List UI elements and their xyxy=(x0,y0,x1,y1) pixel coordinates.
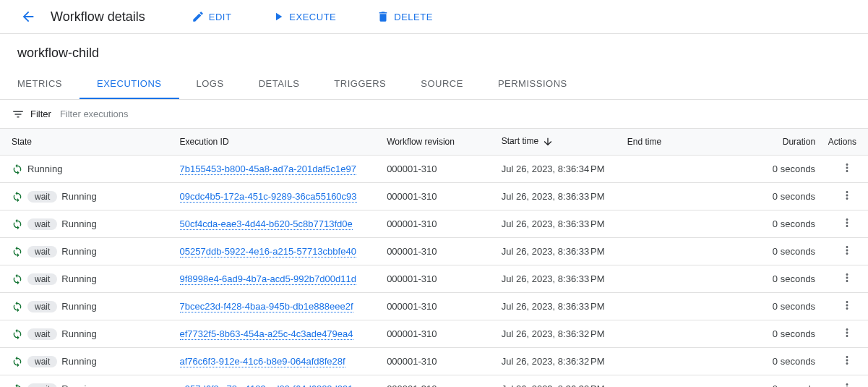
cell-revision: 000001-310 xyxy=(381,293,496,320)
cell-revision: 000001-310 xyxy=(381,348,496,375)
filter-icon xyxy=(12,108,25,121)
execution-link[interactable]: 50cf4cda-eae3-4d44-b620-5c8b7713fd0e xyxy=(180,218,353,230)
cell-end-time xyxy=(622,265,736,293)
header-bar: Workflow details Edit Execute Delete xyxy=(0,0,868,34)
row-actions-menu[interactable] xyxy=(841,381,854,387)
execution-link[interactable]: ef7732f5-8b63-454a-a25c-4c3ade479ea4 xyxy=(180,328,353,340)
cell-state: waitRunning xyxy=(0,183,174,210)
execution-link[interactable]: 05257ddb-5922-4e16-a215-57713cbbfe40 xyxy=(180,246,356,258)
row-actions-menu[interactable] xyxy=(841,326,854,339)
cell-end-time xyxy=(622,293,736,320)
cell-end-time xyxy=(622,210,736,238)
cell-end-time xyxy=(622,375,736,388)
tab-source[interactable]: Source xyxy=(403,69,481,99)
cell-duration: 0 seconds xyxy=(736,183,821,210)
cell-start-time: Jul 26, 2023, 8:36:33 PM xyxy=(496,265,622,293)
tab-logs[interactable]: Logs xyxy=(179,69,241,99)
wait-chip: wait xyxy=(27,218,57,230)
cell-actions xyxy=(821,375,868,388)
table-row: waitRunning05257ddb-5922-4e16-a215-57713… xyxy=(0,238,868,265)
cell-duration: 0 seconds xyxy=(736,265,821,293)
tab-details[interactable]: Details xyxy=(241,69,317,99)
col-start-time-label: Start time xyxy=(502,136,538,146)
table-row: Running7b155453-b800-45a8-ad7a-201daf5c1… xyxy=(0,156,868,183)
row-actions-menu[interactable] xyxy=(841,216,854,229)
execute-button[interactable]: Execute xyxy=(266,6,342,27)
cell-execution-id: 50cf4cda-eae3-4d44-b620-5c8b7713fd0e xyxy=(174,210,382,238)
col-execution-id[interactable]: Execution ID xyxy=(174,129,382,156)
cell-end-time xyxy=(622,320,736,348)
cell-state: waitRunning xyxy=(0,320,174,348)
row-actions-menu[interactable] xyxy=(841,161,854,174)
state-text: Running xyxy=(61,273,96,284)
edit-icon xyxy=(192,10,205,23)
running-icon xyxy=(12,356,23,367)
table-row: waitRunningef7732f5-8b63-454a-a25c-4c3ad… xyxy=(0,320,868,348)
table-row: waitRunning9f8998e4-6ad9-4b7a-acd5-992b7… xyxy=(0,265,868,293)
row-actions-menu[interactable] xyxy=(841,244,854,257)
wait-chip: wait xyxy=(27,301,57,312)
running-icon xyxy=(12,246,23,258)
tab-executions[interactable]: Executions xyxy=(80,69,179,99)
table-row: waitRunningaf76c6f3-912e-41c6-b8e9-064af… xyxy=(0,348,868,375)
row-actions-menu[interactable] xyxy=(841,354,854,367)
cell-end-time xyxy=(622,156,736,183)
col-start-time[interactable]: Start time xyxy=(496,129,622,156)
execution-link[interactable]: af76c6f3-912e-41c6-b8e9-064afd8fe28f xyxy=(180,356,345,367)
execution-link[interactable]: 9f8998e4-6ad9-4b7a-acd5-992b7d00d11d xyxy=(180,273,356,285)
cell-duration: 0 seconds xyxy=(736,375,821,388)
cell-end-time xyxy=(622,238,736,265)
workflow-name: workflow-child xyxy=(0,34,868,69)
back-button[interactable] xyxy=(17,6,39,27)
cell-start-time: Jul 26, 2023, 8:36:32 PM xyxy=(496,348,622,375)
delete-button[interactable]: Delete xyxy=(371,6,439,27)
wait-chip: wait xyxy=(27,328,57,340)
col-workflow-revision[interactable]: Workflow revision xyxy=(381,129,496,156)
execution-link[interactable]: 7b155453-b800-45a8-ad7a-201daf5c1e97 xyxy=(180,163,356,175)
cell-revision: 000001-310 xyxy=(381,265,496,293)
cell-revision: 000001-310 xyxy=(381,156,496,183)
cell-duration: 0 seconds xyxy=(736,348,821,375)
cell-actions xyxy=(821,265,868,293)
cell-state: waitRunning xyxy=(0,210,174,238)
cell-execution-id: 09cdc4b5-172a-451c-9289-36ca55160c93 xyxy=(174,183,382,210)
cell-actions xyxy=(821,156,868,183)
cell-actions xyxy=(821,183,868,210)
tab-metrics[interactable]: Metrics xyxy=(0,69,80,99)
state-text: Running xyxy=(61,328,96,339)
cell-duration: 0 seconds xyxy=(736,156,821,183)
cell-revision: 000001-310 xyxy=(381,183,496,210)
running-icon xyxy=(12,383,23,388)
edit-button[interactable]: Edit xyxy=(186,6,238,27)
cell-revision: 000001-310 xyxy=(381,238,496,265)
col-end-time[interactable]: End time xyxy=(622,129,736,156)
sort-desc-icon xyxy=(542,136,554,148)
cell-actions xyxy=(821,348,868,375)
execution-link[interactable]: e957d6f8-c78c-4183-ad09-f64d6800d291 xyxy=(180,383,353,387)
row-actions-menu[interactable] xyxy=(841,189,854,202)
tab-permissions[interactable]: Permissions xyxy=(481,69,585,99)
row-actions-menu[interactable] xyxy=(841,271,854,284)
edit-label: Edit xyxy=(209,12,232,22)
executions-table: State Execution ID Workflow revision Sta… xyxy=(0,129,868,387)
wait-chip: wait xyxy=(27,191,57,203)
filter-bar: Filter xyxy=(0,100,868,129)
execution-link[interactable]: 7bcec23d-f428-4baa-945b-db1e888eee2f xyxy=(180,301,353,312)
cell-execution-id: ef7732f5-8b63-454a-a25c-4c3ade479ea4 xyxy=(174,320,382,348)
tab-triggers[interactable]: Triggers xyxy=(317,69,403,99)
cell-execution-id: 7bcec23d-f428-4baa-945b-db1e888eee2f xyxy=(174,293,382,320)
cell-actions xyxy=(821,238,868,265)
col-duration[interactable]: Duration xyxy=(736,129,821,156)
table-row: waitRunning7bcec23d-f428-4baa-945b-db1e8… xyxy=(0,293,868,320)
row-actions-menu[interactable] xyxy=(841,299,854,312)
running-icon xyxy=(12,301,23,312)
col-state[interactable]: State xyxy=(0,129,174,156)
cell-duration: 0 seconds xyxy=(736,210,821,238)
running-icon xyxy=(12,273,23,285)
table-row: waitRunninge957d6f8-c78c-4183-ad09-f64d6… xyxy=(0,375,868,388)
cell-actions xyxy=(821,210,868,238)
arrow-back-icon xyxy=(20,9,36,25)
execution-link[interactable]: 09cdc4b5-172a-451c-9289-36ca55160c93 xyxy=(180,191,357,203)
state-text: Running xyxy=(61,246,96,257)
filter-input[interactable] xyxy=(57,106,856,122)
